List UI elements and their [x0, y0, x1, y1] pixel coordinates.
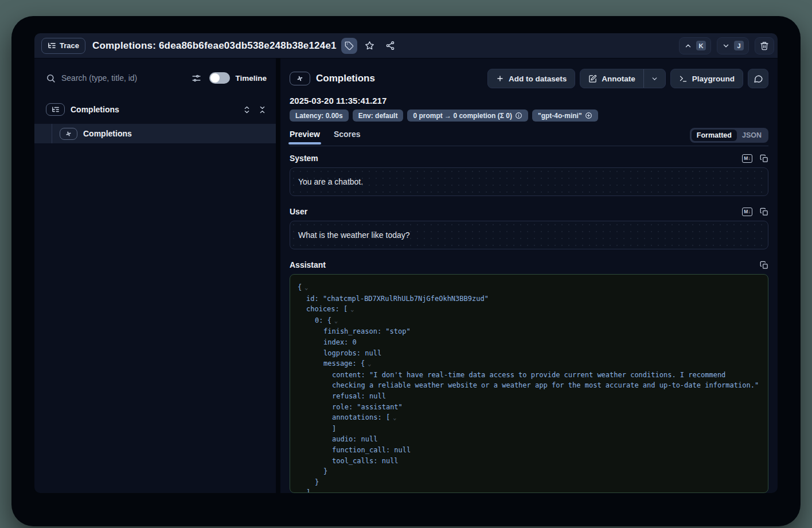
annotate-split-button: Annotate	[580, 69, 666, 88]
system-message-text: You are a chatbot.	[298, 177, 363, 186]
json-line[interactable]: index: 0	[290, 337, 768, 348]
observation-badges: Latency: 0.00s Env: default 0 prompt → 0…	[290, 109, 768, 122]
json-line[interactable]: function_call: null	[290, 445, 768, 456]
copy-icon[interactable]	[760, 261, 768, 269]
share-button[interactable]	[382, 38, 399, 54]
trace-tree-sidebar: Timeline Completions	[34, 58, 276, 493]
delete-trace-button[interactable]	[755, 37, 774, 54]
format-toggle: Formatted JSON	[690, 128, 768, 143]
json-line[interactable]: id: "chatcmpl-BD7XRulRhULb7NjGfeOkhN3BB9…	[290, 294, 768, 304]
json-line[interactable]: content: "I don't have real-time data ac…	[290, 370, 768, 391]
tag-button[interactable]	[341, 38, 357, 54]
user-message-box: What is the weather like today?	[290, 221, 768, 249]
json-line[interactable]: {⌄	[290, 282, 768, 294]
timeline-toggle[interactable]	[209, 72, 230, 84]
json-line[interactable]: finish_reason: "stop"	[290, 326, 768, 337]
token-usage-badge[interactable]: 0 prompt → 0 completion (Σ 0)	[407, 109, 528, 122]
trace-nav-controls: K J	[679, 37, 774, 54]
shortcut-key-k: K	[696, 41, 706, 50]
user-message-text: What is the weather like today?	[298, 230, 410, 240]
model-badge[interactable]: "gpt-4o-mini"	[532, 109, 598, 122]
chevron-up-icon	[684, 42, 692, 50]
assistant-section-header: Assistant	[290, 260, 768, 269]
tree-search-row: Timeline	[46, 69, 267, 87]
add-to-datasets-button[interactable]: Add to datasets	[487, 69, 575, 88]
content-area: Timeline Completions	[34, 58, 778, 493]
edit-pen-icon	[588, 75, 597, 83]
chat-bubble-icon	[754, 74, 763, 84]
observation-title: Completions	[316, 73, 375, 84]
json-line[interactable]: ]	[290, 424, 768, 435]
tag-icon	[345, 41, 354, 50]
plus-circle-icon	[585, 112, 592, 119]
chevron-down-icon	[722, 42, 730, 50]
share-icon	[385, 41, 395, 50]
json-line[interactable]: tool_calls: null	[290, 456, 768, 467]
list-tree-icon	[48, 41, 56, 50]
collapse-chevron-icon[interactable]: ⌄	[393, 414, 396, 421]
collapse-chevron-icon[interactable]: ⌄	[304, 284, 308, 291]
next-trace-button[interactable]: J	[717, 37, 749, 54]
copy-icon[interactable]	[760, 208, 768, 216]
timeline-toggle-label: Timeline	[235, 74, 267, 83]
tree-guide-line	[52, 124, 52, 143]
view-settings-icon[interactable]	[192, 73, 201, 83]
json-line[interactable]: refusal: null	[290, 391, 768, 402]
previous-trace-button[interactable]: K	[679, 37, 711, 54]
app-frame: Trace Completions: 6dea86b6feae03db538e2…	[34, 33, 778, 493]
tree-root-label: Completions	[71, 105, 119, 114]
latency-badge: Latency: 0.00s	[290, 109, 349, 122]
format-json-option[interactable]: JSON	[737, 130, 767, 141]
json-line[interactable]: ]	[290, 487, 768, 493]
json-line[interactable]: 0: {⌄	[290, 315, 768, 327]
json-line[interactable]: role: "assistant"	[290, 402, 768, 413]
markdown-toggle-icon[interactable]: M↓	[742, 208, 752, 216]
system-label: System	[290, 154, 318, 163]
trace-title-bar: Trace Completions: 6dea86b6feae03db538e2…	[34, 33, 778, 58]
markdown-toggle-icon[interactable]: M↓	[742, 154, 752, 163]
collapse-chevron-icon[interactable]: ⌄	[350, 306, 354, 312]
tab-preview[interactable]: Preview	[290, 130, 320, 144]
json-line[interactable]: }	[290, 477, 768, 488]
trace-type-badge: Trace	[41, 38, 85, 54]
terminal-icon	[679, 75, 688, 83]
tree-item-completions-selected[interactable]: Completions	[34, 124, 276, 143]
json-line[interactable]: logprobs: null	[290, 348, 768, 359]
tab-scores[interactable]: Scores	[334, 130, 361, 144]
json-line[interactable]: annotations: [⌄	[290, 412, 768, 424]
json-line[interactable]: }	[290, 466, 768, 477]
expand-all-icon[interactable]	[243, 105, 251, 114]
generation-type-icon	[290, 72, 310, 85]
collapse-all-icon[interactable]	[258, 105, 267, 114]
user-section-header: User M↓	[290, 207, 768, 216]
detail-tabs: Preview Scores Formatted JSON	[290, 128, 768, 146]
tree-root-item[interactable]: Completions	[46, 101, 267, 118]
app-window: Trace Completions: 6dea86b6feae03db538e2…	[11, 16, 801, 526]
tree-child-label: Completions	[83, 129, 132, 138]
observation-timestamp: 2025-03-20 11:35:41.217	[290, 96, 768, 105]
shortcut-key-j: J	[734, 41, 744, 50]
star-button[interactable]	[362, 38, 378, 54]
json-line[interactable]: message: {⌄	[290, 358, 768, 370]
annotate-dropdown-button[interactable]	[644, 69, 665, 88]
annotate-button[interactable]: Annotate	[580, 69, 643, 88]
assistant-json-viewer[interactable]: {⌄id: "chatcmpl-BD7XRulRhULb7NjGfeOkhN3B…	[290, 274, 768, 493]
comments-button[interactable]	[748, 69, 768, 88]
copy-icon[interactable]	[760, 154, 768, 163]
playground-button[interactable]: Playground	[670, 69, 743, 88]
json-line[interactable]: choices: [⌄	[290, 304, 768, 315]
observation-actions: Add to datasets Annotate	[487, 69, 768, 88]
trace-node-icon	[46, 103, 65, 116]
trace-title: Completions: 6dea86b6feae03db538e248b38e…	[92, 40, 337, 52]
environment-badge: Env: default	[353, 109, 404, 122]
search-input[interactable]	[61, 73, 188, 83]
json-line[interactable]: audio: null	[290, 434, 768, 445]
system-message-box: You are a chatbot.	[290, 167, 768, 196]
plus-icon	[496, 75, 504, 83]
generation-node-icon	[60, 128, 77, 140]
tree-expand-controls	[243, 105, 267, 114]
user-label: User	[290, 207, 307, 216]
format-formatted-option[interactable]: Formatted	[692, 130, 737, 141]
collapse-chevron-icon[interactable]: ⌄	[334, 318, 338, 324]
collapse-chevron-icon[interactable]: ⌄	[368, 361, 371, 367]
